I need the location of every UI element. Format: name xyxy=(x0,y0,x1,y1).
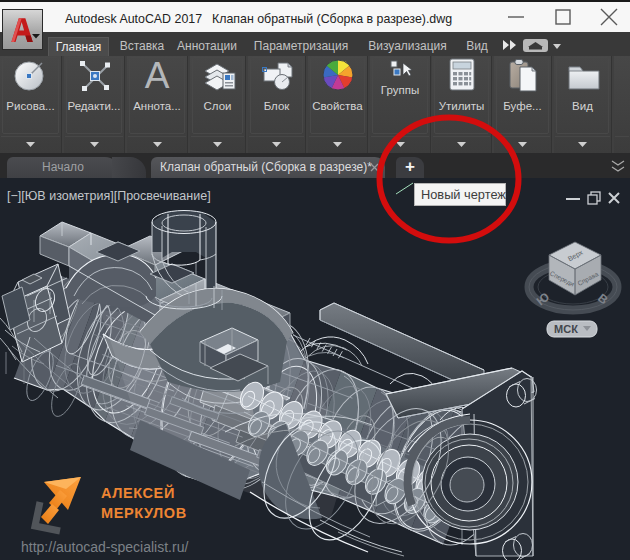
svg-text:АЛЕКСЕЙ: АЛЕКСЕЙ xyxy=(101,484,175,501)
svg-text:http://autocad-specialist.ru/: http://autocad-specialist.ru/ xyxy=(21,539,188,555)
svg-text:МЕРКУЛОВ: МЕРКУЛОВ xyxy=(101,505,187,521)
svg-text:МСК: МСК xyxy=(554,323,578,335)
